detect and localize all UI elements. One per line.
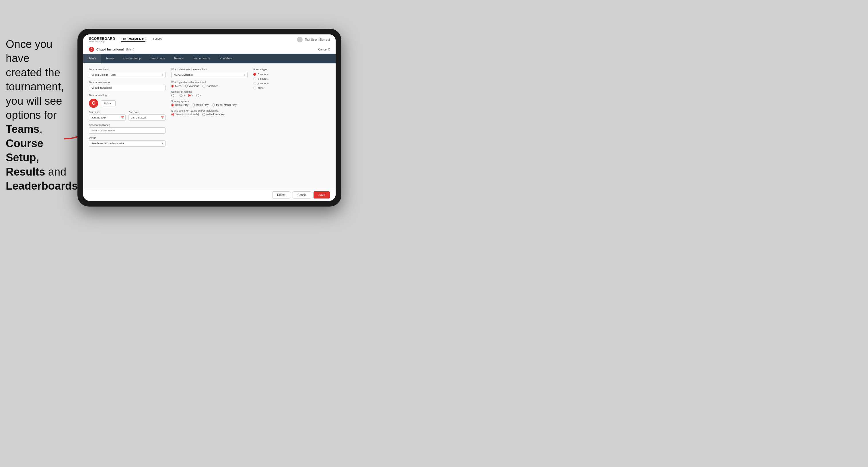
division-select-wrapper: NCAA Division III xyxy=(171,72,248,78)
tab-details[interactable]: Details xyxy=(83,54,101,63)
nav-teams[interactable]: TEAMS xyxy=(151,37,162,42)
tab-printables[interactable]: Printables xyxy=(215,54,237,63)
gender-radio-group: Mens Womens Combined xyxy=(171,85,248,88)
teams-plus-individuals[interactable]: Teams (+Individuals) xyxy=(171,113,199,116)
round-1-radio[interactable] xyxy=(171,94,174,97)
save-button[interactable]: Save xyxy=(313,191,330,198)
tournament-name-input[interactable] xyxy=(89,85,165,91)
gender-group: Which gender is the event for? Mens Wome… xyxy=(171,81,248,88)
tournament-name-group: Tournament name xyxy=(89,81,165,91)
format-6count5-label: 6 count 5 xyxy=(258,82,269,85)
tab-results[interactable]: Results xyxy=(169,54,188,63)
gender-mens-label: Mens xyxy=(175,85,182,88)
format-6count4-dot xyxy=(253,77,256,80)
round-1-label: 1 xyxy=(175,94,177,97)
round-2[interactable]: 2 xyxy=(180,94,185,97)
format-6count4[interactable]: 6 count 4 xyxy=(253,77,330,80)
breadcrumb-type: (Men) xyxy=(126,48,134,51)
start-date-icon: 📅 xyxy=(121,116,124,119)
round-3-radio[interactable] xyxy=(188,94,191,97)
scoring-medal-match[interactable]: Medal Match Play xyxy=(212,103,237,106)
form-col-1: Tournament Host Clippd College - Men Tou… xyxy=(89,68,165,147)
logo-sub: Powered by clippd xyxy=(89,40,115,42)
footer-bar: Delete Cancel Save xyxy=(83,189,336,201)
bold-leaderboards: Leaderboards xyxy=(6,180,78,192)
breadcrumb-icon: C xyxy=(89,47,94,52)
venue-label: Venue xyxy=(89,136,165,139)
round-2-label: 2 xyxy=(184,94,185,97)
teams-plus-radio[interactable] xyxy=(171,113,174,116)
round-2-radio[interactable] xyxy=(180,94,182,97)
scoring-group: Scoring system Stroke Play Match Play xyxy=(171,100,248,106)
app-header: SCOREBOARD Powered by clippd TOURNAMENTS… xyxy=(83,34,336,45)
gender-mens-radio[interactable] xyxy=(171,85,174,88)
bold-teams: Teams xyxy=(6,123,39,135)
logo-area: SCOREBOARD Powered by clippd xyxy=(89,37,115,42)
gender-mens[interactable]: Mens xyxy=(171,85,182,88)
scoring-medal-label: Medal Match Play xyxy=(216,103,237,106)
start-date-input[interactable] xyxy=(89,115,126,121)
format-6count4-label: 6 count 4 xyxy=(258,77,269,80)
round-4-radio[interactable] xyxy=(196,94,199,97)
upload-button[interactable]: Upload xyxy=(101,100,116,106)
format-5count4-dot xyxy=(253,73,256,76)
tab-course-setup[interactable]: Course Setup xyxy=(119,54,146,63)
date-row: Start date 📅 End date 📅 xyxy=(89,111,165,121)
venue-select-wrapper: Peachtree GC - Atlanta - GA xyxy=(89,140,165,147)
cancel-top-button[interactable]: Cancel X xyxy=(318,48,330,51)
logo-upload-area: C Upload xyxy=(89,99,165,108)
cancel-button[interactable]: Cancel xyxy=(292,191,311,198)
format-group: Format type 5 count 4 6 count 4 xyxy=(253,68,330,91)
end-date-group: End date 📅 xyxy=(128,111,165,121)
user-text[interactable]: Test User | Sign out xyxy=(305,38,330,41)
round-4[interactable]: 4 xyxy=(196,94,202,97)
rounds-radio-group: 1 2 3 4 xyxy=(171,94,248,97)
bold-course-setup: Course Setup, xyxy=(6,137,43,163)
nav-tournaments[interactable]: TOURNAMENTS xyxy=(121,37,146,42)
scoring-stroke-play[interactable]: Stroke Play xyxy=(171,103,188,106)
end-date-input[interactable] xyxy=(128,115,165,121)
individuals-only[interactable]: Individuals Only xyxy=(202,113,225,116)
gender-womens-radio[interactable] xyxy=(185,85,188,88)
round-1[interactable]: 1 xyxy=(171,94,177,97)
division-select[interactable]: NCAA Division III xyxy=(171,72,248,78)
end-date-icon: 📅 xyxy=(161,116,164,119)
format-5count4[interactable]: 5 count 4 xyxy=(253,73,330,76)
gender-label: Which gender is the event for? xyxy=(171,81,248,84)
format-other[interactable]: Other xyxy=(253,87,330,90)
venue-select[interactable]: Peachtree GC - Atlanta - GA xyxy=(89,140,165,147)
breadcrumb-content: C Clippd Invitational (Men) xyxy=(89,47,134,52)
tab-leaderboards[interactable]: Leaderboards xyxy=(188,54,215,63)
gender-womens[interactable]: Womens xyxy=(185,85,199,88)
sponsor-input[interactable] xyxy=(89,127,165,134)
tablet-frame: SCOREBOARD Powered by clippd TOURNAMENTS… xyxy=(78,29,341,207)
tab-tee-groups[interactable]: Tee Groups xyxy=(146,54,169,63)
tournament-name-label: Tournament name xyxy=(89,81,165,84)
round-3[interactable]: 3 xyxy=(188,94,193,97)
gender-combined-radio[interactable] xyxy=(203,85,206,88)
scoring-match-play[interactable]: Match Play xyxy=(192,103,209,106)
rounds-group: Number of rounds 1 2 xyxy=(171,90,248,97)
scoring-medal-radio[interactable] xyxy=(212,103,215,106)
gender-combined-label: Combined xyxy=(207,85,218,88)
start-date-wrapper: 📅 xyxy=(89,115,126,121)
logo-circle: C xyxy=(89,99,98,108)
scoring-label: Scoring system xyxy=(171,100,248,103)
tournament-host-select[interactable]: Clippd College - Men xyxy=(89,72,165,78)
scoring-match-radio[interactable] xyxy=(192,103,195,106)
form-col-3: Format type 5 count 4 6 count 4 xyxy=(253,68,330,147)
sponsor-label: Sponsor (optional) xyxy=(89,124,165,126)
format-6count5-dot xyxy=(253,82,256,85)
start-date-label: Start date xyxy=(89,111,126,114)
delete-button[interactable]: Delete xyxy=(272,191,290,198)
scoring-stroke-radio[interactable] xyxy=(171,103,174,106)
logo-text: SCOREBOARD xyxy=(89,37,115,40)
scoring-radio-group: Stroke Play Match Play Medal Match Play xyxy=(171,103,248,106)
gender-combined[interactable]: Combined xyxy=(203,85,218,88)
header-left: SCOREBOARD Powered by clippd TOURNAMENTS… xyxy=(89,37,162,42)
teams-group: Is this event for Teams and/or Individua… xyxy=(171,109,248,116)
individuals-only-radio[interactable] xyxy=(202,113,205,116)
format-6count5[interactable]: 6 count 5 xyxy=(253,82,330,85)
start-date-group: Start date 📅 xyxy=(89,111,126,121)
tab-teams[interactable]: Teams xyxy=(101,54,119,63)
